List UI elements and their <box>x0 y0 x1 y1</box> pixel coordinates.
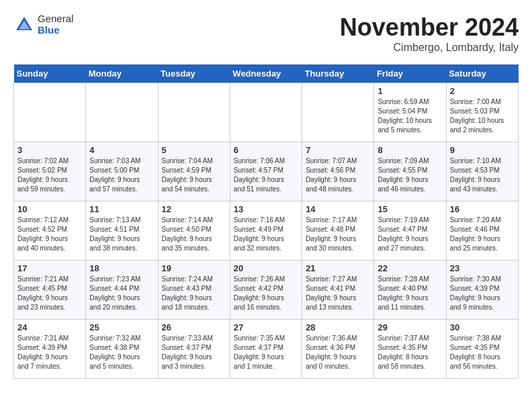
day-cell: 4Sunrise: 7:03 AM Sunset: 5:00 PM Daylig… <box>86 142 158 201</box>
day-cell: 8Sunrise: 7:09 AM Sunset: 4:55 PM Daylig… <box>374 142 446 201</box>
day-cell: 22Sunrise: 7:28 AM Sunset: 4:40 PM Dayli… <box>374 261 446 320</box>
day-cell: 9Sunrise: 7:10 AM Sunset: 4:53 PM Daylig… <box>446 142 518 201</box>
week-row-3: 10Sunrise: 7:12 AM Sunset: 4:52 PM Dayli… <box>14 201 519 261</box>
day-info: Sunrise: 7:06 AM Sunset: 4:57 PM Dayligh… <box>234 156 298 194</box>
day-info: Sunrise: 7:13 AM Sunset: 4:51 PM Dayligh… <box>89 216 154 253</box>
day-cell: 21Sunrise: 7:27 AM Sunset: 4:41 PM Dayli… <box>302 261 374 320</box>
day-info: Sunrise: 7:36 AM Sunset: 4:36 PM Dayligh… <box>306 334 370 371</box>
day-number: 8 <box>378 145 442 155</box>
day-cell: 26Sunrise: 7:33 AM Sunset: 4:37 PM Dayli… <box>158 320 230 379</box>
day-info: Sunrise: 7:07 AM Sunset: 4:56 PM Dayligh… <box>306 156 370 194</box>
day-number: 4 <box>89 145 154 155</box>
day-info: Sunrise: 7:20 AM Sunset: 4:46 PM Dayligh… <box>450 216 515 253</box>
day-info: Sunrise: 7:33 AM Sunset: 4:37 PM Dayligh… <box>162 334 226 371</box>
day-info: Sunrise: 7:28 AM Sunset: 4:40 PM Dayligh… <box>378 275 442 312</box>
day-cell: 20Sunrise: 7:26 AM Sunset: 4:42 PM Dayli… <box>230 261 302 320</box>
day-info: Sunrise: 7:24 AM Sunset: 4:43 PM Dayligh… <box>162 275 226 312</box>
day-info: Sunrise: 7:23 AM Sunset: 4:44 PM Dayligh… <box>89 275 154 312</box>
day-info: Sunrise: 7:04 AM Sunset: 4:59 PM Dayligh… <box>162 156 226 194</box>
day-number: 14 <box>306 204 370 214</box>
day-cell: 17Sunrise: 7:21 AM Sunset: 4:45 PM Dayli… <box>14 261 86 320</box>
day-cell: 24Sunrise: 7:31 AM Sunset: 4:39 PM Dayli… <box>14 320 86 379</box>
calendar-table: SundayMondayTuesdayWednesdayThursdayFrid… <box>13 64 519 379</box>
day-cell: 5Sunrise: 7:04 AM Sunset: 4:59 PM Daylig… <box>158 142 230 201</box>
day-cell: 25Sunrise: 7:32 AM Sunset: 4:38 PM Dayli… <box>86 320 158 379</box>
day-cell: 27Sunrise: 7:35 AM Sunset: 4:37 PM Dayli… <box>230 320 302 379</box>
logo-blue-text: Blue <box>38 25 73 36</box>
day-number: 5 <box>162 145 226 155</box>
day-number: 10 <box>17 204 82 214</box>
day-info: Sunrise: 7:21 AM Sunset: 4:45 PM Dayligh… <box>17 275 82 312</box>
day-number: 15 <box>378 204 442 214</box>
day-cell: 1Sunrise: 6:59 AM Sunset: 5:04 PM Daylig… <box>374 83 446 142</box>
weekday-header-wednesday: Wednesday <box>230 64 302 83</box>
day-cell: 30Sunrise: 7:38 AM Sunset: 4:35 PM Dayli… <box>446 320 518 379</box>
calendar-header: SundayMondayTuesdayWednesdayThursdayFrid… <box>14 64 519 83</box>
day-number: 28 <box>306 322 370 332</box>
day-info: Sunrise: 7:26 AM Sunset: 4:42 PM Dayligh… <box>234 275 298 312</box>
day-number: 20 <box>234 263 298 273</box>
day-info: Sunrise: 7:00 AM Sunset: 5:03 PM Dayligh… <box>450 97 515 135</box>
day-info: Sunrise: 7:27 AM Sunset: 4:41 PM Dayligh… <box>306 275 370 312</box>
day-cell: 16Sunrise: 7:20 AM Sunset: 4:46 PM Dayli… <box>446 201 518 261</box>
day-cell <box>158 83 230 142</box>
day-info: Sunrise: 7:32 AM Sunset: 4:38 PM Dayligh… <box>89 334 154 371</box>
day-info: Sunrise: 7:19 AM Sunset: 4:47 PM Dayligh… <box>378 216 442 253</box>
calendar-body: 1Sunrise: 6:59 AM Sunset: 5:04 PM Daylig… <box>14 83 519 379</box>
day-number: 3 <box>17 145 82 155</box>
weekday-header-tuesday: Tuesday <box>158 64 230 83</box>
day-cell: 15Sunrise: 7:19 AM Sunset: 4:47 PM Dayli… <box>374 201 446 261</box>
day-info: Sunrise: 7:17 AM Sunset: 4:48 PM Dayligh… <box>306 216 370 253</box>
day-info: Sunrise: 7:09 AM Sunset: 4:55 PM Dayligh… <box>378 156 442 194</box>
day-number: 17 <box>17 263 82 273</box>
page-header: General Blue November 2024 Cimbergo, Lom… <box>13 13 519 54</box>
weekday-header-monday: Monday <box>86 64 158 83</box>
week-row-4: 17Sunrise: 7:21 AM Sunset: 4:45 PM Dayli… <box>14 261 519 320</box>
day-info: Sunrise: 7:02 AM Sunset: 5:02 PM Dayligh… <box>17 156 82 194</box>
location: Cimbergo, Lombardy, Italy <box>340 42 519 54</box>
day-cell: 28Sunrise: 7:36 AM Sunset: 4:36 PM Dayli… <box>302 320 374 379</box>
day-cell <box>86 83 158 142</box>
day-info: Sunrise: 7:31 AM Sunset: 4:39 PM Dayligh… <box>17 334 82 371</box>
day-info: Sunrise: 7:38 AM Sunset: 4:35 PM Dayligh… <box>450 334 515 371</box>
day-number: 7 <box>306 145 370 155</box>
title-block: November 2024 Cimbergo, Lombardy, Italy <box>340 13 519 54</box>
day-number: 12 <box>162 204 226 214</box>
logo-icon <box>13 14 35 36</box>
day-cell: 29Sunrise: 7:37 AM Sunset: 4:35 PM Dayli… <box>374 320 446 379</box>
month-title: November 2024 <box>340 13 519 42</box>
day-cell: 6Sunrise: 7:06 AM Sunset: 4:57 PM Daylig… <box>230 142 302 201</box>
day-cell <box>302 83 374 142</box>
day-number: 16 <box>450 204 515 214</box>
day-cell: 3Sunrise: 7:02 AM Sunset: 5:02 PM Daylig… <box>14 142 86 201</box>
day-number: 11 <box>89 204 154 214</box>
day-cell: 10Sunrise: 7:12 AM Sunset: 4:52 PM Dayli… <box>14 201 86 261</box>
day-number: 30 <box>450 322 515 332</box>
day-cell <box>230 83 302 142</box>
week-row-2: 3Sunrise: 7:02 AM Sunset: 5:02 PM Daylig… <box>14 142 519 201</box>
day-cell: 13Sunrise: 7:16 AM Sunset: 4:49 PM Dayli… <box>230 201 302 261</box>
day-number: 26 <box>162 322 226 332</box>
day-number: 21 <box>306 263 370 273</box>
weekday-header-friday: Friday <box>374 64 446 83</box>
day-number: 6 <box>234 145 298 155</box>
day-cell <box>14 83 86 142</box>
day-cell: 18Sunrise: 7:23 AM Sunset: 4:44 PM Dayli… <box>86 261 158 320</box>
day-number: 1 <box>378 86 442 96</box>
day-info: Sunrise: 6:59 AM Sunset: 5:04 PM Dayligh… <box>378 97 442 135</box>
week-row-1: 1Sunrise: 6:59 AM Sunset: 5:04 PM Daylig… <box>14 83 519 142</box>
day-cell: 23Sunrise: 7:30 AM Sunset: 4:39 PM Dayli… <box>446 261 518 320</box>
day-number: 25 <box>89 322 154 332</box>
day-number: 22 <box>378 263 442 273</box>
day-number: 19 <box>162 263 226 273</box>
logo-general-text: General <box>38 13 73 25</box>
weekday-header-saturday: Saturday <box>446 64 518 83</box>
day-cell: 14Sunrise: 7:17 AM Sunset: 4:48 PM Dayli… <box>302 201 374 261</box>
day-info: Sunrise: 7:37 AM Sunset: 4:35 PM Dayligh… <box>378 334 442 371</box>
weekday-row: SundayMondayTuesdayWednesdayThursdayFrid… <box>14 64 519 83</box>
day-number: 23 <box>450 263 515 273</box>
day-number: 24 <box>17 322 82 332</box>
day-cell: 11Sunrise: 7:13 AM Sunset: 4:51 PM Dayli… <box>86 201 158 261</box>
week-row-5: 24Sunrise: 7:31 AM Sunset: 4:39 PM Dayli… <box>14 320 519 379</box>
day-number: 2 <box>450 86 515 96</box>
